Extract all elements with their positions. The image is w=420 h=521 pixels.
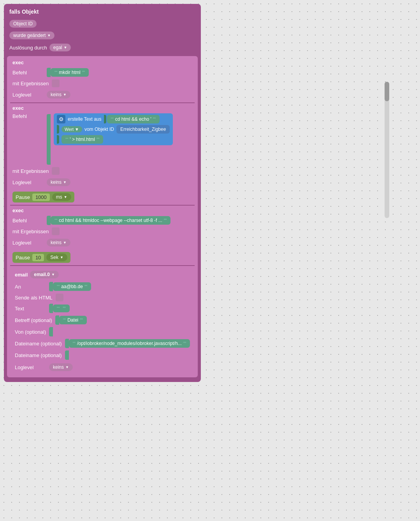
block-header: falls Objekt: [7, 7, 198, 16]
exec1-loglevel-pill[interactable]: keins ▼: [47, 91, 70, 99]
exec2-part1-value: cd html && echo ': [115, 116, 151, 122]
exec3-mit-ergebnissen-checkbox[interactable]: [52, 227, 60, 235]
object-id-value: Erreichbarkeit_Zigbee: [120, 127, 166, 132]
email-betreff-block[interactable]: ““ Datei ””: [59, 316, 87, 324]
email-dateiname2-row: Dateiname (optional): [12, 349, 192, 361]
ausloesung-dropdown-icon: ▼: [64, 46, 67, 49]
compose-wert-row: Wert ▼ vom Objekt ID Erreichbarkeit_Zigb…: [57, 125, 170, 134]
email-betreff-value: Datei: [67, 317, 78, 323]
scrollbar-track[interactable]: [385, 82, 389, 218]
exec3-command-block[interactable]: ““ cd html && htmldoc --webpage --charse…: [51, 216, 170, 225]
gear-icon[interactable]: ⚙: [57, 115, 65, 123]
pause1-unit-pill[interactable]: ms ▼: [52, 193, 71, 201]
pause1-unit: ms: [56, 194, 62, 200]
exec3-loglevel-dropdown-icon: ▼: [63, 241, 67, 245]
email-dateiname1-label: Dateiname (optional): [15, 341, 62, 347]
exec1-befehl-label: Befehl: [12, 70, 44, 76]
exec1-loglevel-row: Loglevel keins ▼: [10, 88, 195, 101]
pause1-label: Pause: [16, 194, 30, 200]
exec1-mit-ergebnissen-label: mit Ergebnissen: [12, 81, 49, 86]
email-an-block[interactable]: ““ aa@bb.de ””: [53, 282, 91, 291]
pause2-value[interactable]: 10: [32, 254, 44, 261]
email-loglevel-pill[interactable]: keins ▼: [49, 363, 73, 371]
trigger-dropdown-icon: ▼: [47, 33, 51, 37]
compose-header: ⚙ erstelle Text aus ““ cd html && echo '…: [57, 115, 170, 123]
exec1-mit-ergebnissen-checkbox[interactable]: [52, 79, 60, 87]
compose-block: ⚙ erstelle Text aus ““ cd html && echo '…: [54, 113, 173, 145]
exec1-mit-ergebnissen-row: mit Ergebnissen: [10, 78, 195, 88]
email-an-value: aa@bb.de: [61, 284, 83, 289]
exec2-mit-ergebnissen-row: mit Ergebnissen: [10, 166, 195, 176]
exec2-mit-ergebnissen-checkbox[interactable]: [52, 167, 60, 175]
object-id-pill[interactable]: Object ID: [9, 20, 37, 28]
email-dateiname2-label: Dateiname (optional): [15, 352, 62, 358]
wert-pill[interactable]: Wert ▼: [62, 126, 82, 132]
exec3-command-value: cd html && htmldoc --webpage --charset u…: [59, 218, 162, 223]
email-dateiname1-block[interactable]: ““ /opt/iobroker/node_modules/iobroker.j…: [69, 339, 190, 348]
compose-label: erstelle Text aus: [68, 116, 102, 122]
exec2-loglevel-row: Loglevel keins ▼: [10, 176, 195, 188]
exec1-command-value: mkdir html: [59, 70, 80, 75]
email-sende-html-checkbox[interactable]: [56, 294, 63, 301]
separator-2: [10, 205, 195, 206]
scrollbar-thumb[interactable]: [385, 82, 389, 101]
email-an-label: An: [15, 284, 46, 290]
exec1-command-block[interactable]: ““ mkdir html ””: [51, 68, 89, 77]
exec2-part3-value: ' > html.html: [70, 137, 95, 142]
ausloesung-pill[interactable]: egal ▼: [49, 44, 71, 51]
email-betreff-label: Betreff (optional): [15, 317, 52, 323]
exec-section-2: exec Befehl ⚙ erstelle Text aus: [10, 104, 195, 188]
email-loglevel-dropdown-icon: ▼: [65, 365, 69, 369]
exec2-loglevel-dropdown-icon: ▼: [63, 180, 67, 184]
ausloesung-row: Auslösung durch egal ▼: [7, 41, 198, 54]
exec3-loglevel-label: Loglevel: [12, 240, 44, 246]
wurde-geaendert-pill[interactable]: wurde geändert ▼: [9, 32, 54, 39]
email-text-label: Text: [15, 306, 46, 312]
exec3-mit-ergebnissen-row: mit Ergebnissen: [10, 226, 195, 236]
exec2-part3-block[interactable]: ““ ' > html.html ””: [62, 135, 103, 144]
email-betreff-row: Betreff (optional) ““ Datei ””: [12, 314, 192, 326]
exec1-befehl-row: Befehl ““ mkdir html ””: [10, 67, 195, 78]
exec2-part1-block[interactable]: ““ cd html && echo ' ””: [107, 115, 160, 123]
exec2-mit-ergebnissen-label: mit Ergebnissen: [12, 168, 49, 174]
email-instance-value: email.0: [34, 272, 50, 277]
exec2-label: exec: [10, 104, 195, 112]
email-dateiname1-row: Dateiname (optional) ““ /opt/iobroker/no…: [12, 338, 192, 349]
email-text-row: Text ““ ””: [12, 303, 192, 314]
pause1-value[interactable]: 1000: [32, 194, 50, 201]
object-id-block[interactable]: Erreichbarkeit_Zigbee: [116, 125, 170, 134]
ausloesung-label: Auslösung durch: [9, 45, 47, 51]
pause2-unit: Sek: [50, 255, 58, 260]
exec3-loglevel-value: keins: [51, 240, 62, 245]
wert-label: Wert: [65, 127, 74, 132]
email-von-label: Von (optional): [15, 329, 46, 335]
email-loglevel-label: Loglevel: [15, 364, 46, 370]
inner-blocks: exec Befehl ““ mkdir html ”” mit Ergebn: [7, 56, 198, 377]
pause-block-2[interactable]: Pause 10 Sek ▼: [10, 250, 195, 264]
trigger-label: wurde geändert: [13, 33, 46, 38]
email-text-block[interactable]: ““ ””: [53, 305, 70, 312]
separator-3: [10, 265, 195, 266]
pause-block-1[interactable]: Pause 1000 ms ▼: [10, 190, 195, 204]
email-sende-html-label: Sende als HTML: [15, 295, 53, 301]
outer-block: falls Objekt Object ID wurde geändert ▼ …: [4, 4, 201, 382]
compose-part3-row: ““ ' > html.html ””: [57, 135, 170, 144]
exec3-loglevel-row: Loglevel keins ▼: [10, 236, 195, 249]
email-instance-pill[interactable]: email.0 ▼: [30, 271, 59, 278]
exec3-loglevel-pill[interactable]: keins ▼: [47, 239, 70, 246]
pause2-unit-pill[interactable]: Sek ▼: [46, 253, 67, 261]
exec-section-1: exec Befehl ““ mkdir html ”” mit Ergebn: [10, 58, 195, 101]
email-instance-dropdown-icon: ▼: [51, 273, 55, 276]
main-container: falls Objekt Object ID wurde geändert ▼ …: [4, 4, 381, 382]
exec3-befehl-label: Befehl: [12, 218, 44, 224]
object-id-label: Object ID: [13, 21, 33, 26]
exec3-mit-ergebnissen-label: mit Ergebnissen: [12, 229, 49, 234]
email-label: email: [15, 272, 28, 278]
exec2-loglevel-pill[interactable]: keins ▼: [47, 178, 70, 186]
email-header-row: email email.0 ▼: [12, 268, 192, 281]
separator-1: [10, 102, 195, 103]
exec2-loglevel-label: Loglevel: [12, 180, 44, 185]
exec1-loglevel-dropdown-icon: ▼: [63, 93, 67, 97]
email-loglevel-value: keins: [53, 364, 64, 370]
exec1-loglevel-label: Loglevel: [12, 92, 44, 98]
